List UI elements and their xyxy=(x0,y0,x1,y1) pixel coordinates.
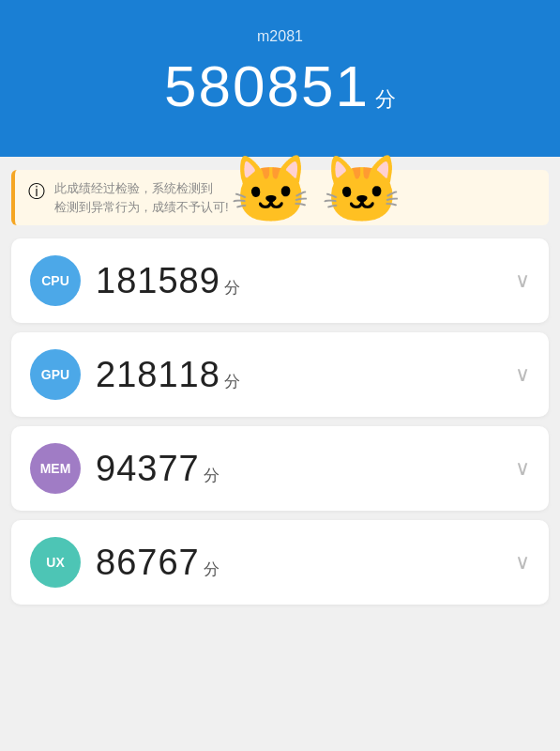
score-unit-cpu: 分 xyxy=(224,277,240,299)
score-left-mem: MEM 94377 分 xyxy=(30,443,219,494)
warning-icon: ⓘ xyxy=(28,180,45,203)
chevron-mem[interactable]: ∨ xyxy=(515,456,530,481)
score-card-gpu[interactable]: GPU 218118 分 ∨ xyxy=(11,332,549,417)
score-card-cpu[interactable]: CPU 181589 分 ∨ xyxy=(11,238,549,323)
chevron-gpu[interactable]: ∨ xyxy=(515,362,530,387)
score-number-gpu: 218118 xyxy=(96,355,220,395)
emoji-cat-1: 🐱 xyxy=(230,151,311,228)
score-unit-ux: 分 xyxy=(204,559,219,580)
score-value-row-gpu: 218118 分 xyxy=(96,355,240,395)
score-cards-container: CPU 181589 分 ∨ GPU 218118 分 ∨ MEM 94377 xyxy=(0,238,560,605)
score-value-row-cpu: 181589 分 xyxy=(96,261,240,301)
score-left-gpu: GPU 218118 分 xyxy=(30,349,240,400)
emoji-overlay: 🐱 🐱 xyxy=(230,151,402,228)
score-value-row-mem: 94377 分 xyxy=(96,449,219,489)
emoji-cat-2: 🐱 xyxy=(321,151,402,228)
warning-line2: 检测到异常行为，成绩不予认可! xyxy=(54,200,229,214)
warning-banner: ⓘ 此成绩经过检验，系统检测到 检测到异常行为，成绩不予认可! 🐱 🐱 xyxy=(11,170,549,225)
score-unit-gpu: 分 xyxy=(224,371,240,392)
warning-line1: 此成绩经过检验，系统检测到 xyxy=(54,181,213,195)
chevron-cpu[interactable]: ∨ xyxy=(515,268,530,293)
score-value-row-ux: 86767 分 xyxy=(96,543,219,583)
total-score-row: 580851 分 xyxy=(19,53,541,119)
total-score: 580851 xyxy=(164,53,370,119)
score-card-ux[interactable]: UX 86767 分 ∨ xyxy=(11,520,549,605)
score-left-ux: UX 86767 分 xyxy=(30,537,219,588)
score-unit-mem: 分 xyxy=(204,465,219,486)
score-number-cpu: 181589 xyxy=(96,261,220,301)
score-number-mem: 94377 xyxy=(96,449,200,489)
score-number-ux: 86767 xyxy=(96,543,200,583)
score-left-cpu: CPU 181589 分 xyxy=(30,255,240,306)
badge-ux: UX xyxy=(30,537,81,588)
header-section: m2081 580851 分 xyxy=(0,0,560,157)
device-name: m2081 xyxy=(19,28,541,45)
badge-cpu: CPU xyxy=(30,255,81,306)
content-section: ⓘ 此成绩经过检验，系统检测到 检测到异常行为，成绩不予认可! 🐱 🐱 CPU … xyxy=(0,170,560,633)
badge-gpu: GPU xyxy=(30,349,81,400)
badge-mem: MEM xyxy=(30,443,81,494)
chevron-ux[interactable]: ∨ xyxy=(515,550,530,575)
score-card-mem[interactable]: MEM 94377 分 ∨ xyxy=(11,426,549,511)
warning-text: 此成绩经过检验，系统检测到 检测到异常行为，成绩不予认可! xyxy=(54,179,229,216)
total-score-unit: 分 xyxy=(375,85,396,114)
